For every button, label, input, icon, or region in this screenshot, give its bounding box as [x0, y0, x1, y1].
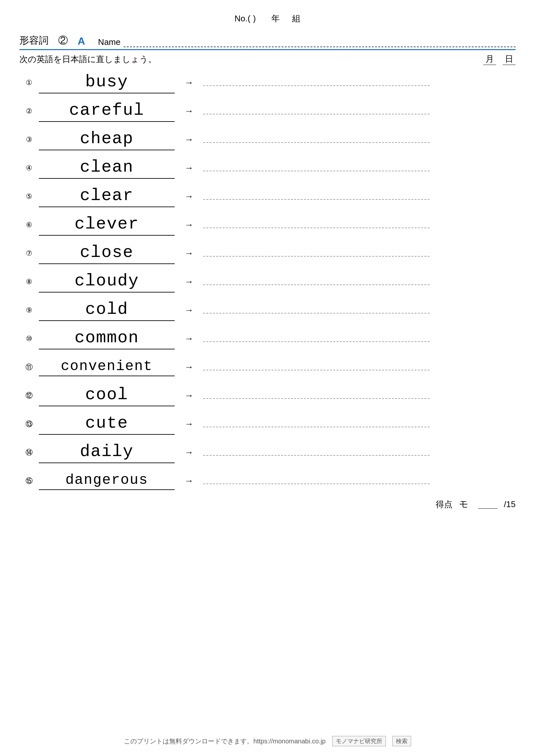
name-label: Name: [98, 37, 120, 47]
item-word-box-1: busy: [39, 72, 175, 94]
item-word-1: busy: [85, 72, 128, 92]
arrow-12: →: [184, 391, 193, 401]
arrow-5: →: [184, 191, 193, 202]
arrow-6: →: [184, 220, 193, 230]
item-number-6: ⑥: [19, 221, 39, 229]
item-word-15: dangerous: [65, 472, 148, 488]
item-number-9: ⑨: [19, 306, 39, 314]
score-total: /15: [504, 500, 516, 509]
answer-line-6: [203, 222, 430, 228]
item-number-13: ⑬: [19, 419, 39, 429]
vocab-item-5: ⑤ clear →: [19, 185, 516, 208]
arrow-1: →: [184, 78, 193, 88]
item-number-4: ④: [19, 164, 39, 172]
answer-line-2: [203, 108, 430, 114]
item-word-box-11: convenient: [39, 358, 175, 376]
item-number-8: ⑧: [19, 278, 39, 286]
answer-line-7: [203, 250, 430, 256]
arrow-14: →: [184, 447, 193, 458]
vocab-item-3: ③ cheap →: [19, 128, 516, 151]
vocab-item-9: ⑨ cold →: [19, 299, 516, 322]
answer-line-13: [203, 421, 430, 427]
item-word-10: common: [74, 328, 139, 347]
no-label: No.(: [235, 14, 250, 24]
item-word-12: cool: [85, 385, 128, 404]
answer-line-11: [203, 364, 430, 370]
answer-line-3: [203, 136, 430, 143]
date-section: 月 日: [483, 53, 516, 65]
no-section: No.( ) 年 組: [235, 13, 300, 24]
arrow-9: →: [184, 305, 193, 315]
item-number-12: ⑫: [19, 391, 39, 400]
vocab-item-13: ⑬ cute →: [19, 413, 516, 435]
item-word-box-3: cheap: [39, 129, 175, 150]
vocab-item-12: ⑫ cool →: [19, 384, 516, 407]
arrow-8: →: [184, 277, 193, 287]
footer-box-2: 検索: [392, 736, 411, 746]
footer-row: 得点 モ /15: [19, 498, 516, 510]
item-number-1: ①: [19, 79, 39, 87]
answer-line-9: [203, 307, 430, 313]
arrow-2: →: [184, 106, 193, 116]
class-label: 組: [292, 13, 300, 24]
answer-line-4: [203, 165, 430, 171]
item-number-7: ⑦: [19, 249, 39, 257]
no-paren: ): [253, 14, 256, 24]
item-number-14: ⑭: [19, 448, 39, 457]
item-word-5: clear: [80, 186, 134, 205]
arrow-3: →: [184, 134, 193, 145]
item-word-box-4: clean: [39, 158, 175, 179]
score-line: [478, 500, 497, 509]
score-label: 得点: [436, 499, 453, 510]
item-number-5: ⑤: [19, 192, 39, 201]
vocab-item-6: ⑥ clever →: [19, 214, 516, 236]
arrow-10: →: [184, 334, 193, 344]
day-label: 日: [503, 53, 516, 65]
year-label: 年: [271, 13, 280, 24]
vocab-item-14: ⑭ daily →: [19, 441, 516, 464]
answer-line-15: [203, 478, 430, 484]
bottom-footer: このプリントは無料ダウンロードできます。https://monomanabi.c…: [0, 736, 535, 746]
item-word-9: cold: [85, 300, 128, 319]
vocab-item-10: ⑩ common →: [19, 327, 516, 350]
item-word-box-2: careful: [39, 101, 175, 122]
item-number-3: ③: [19, 135, 39, 144]
item-word-box-6: clever: [39, 215, 175, 236]
item-word-6: clever: [74, 215, 139, 234]
footer-box-1: モノマナビ研究所: [332, 736, 386, 746]
answer-line-10: [203, 336, 430, 342]
vocab-item-15: ⑮ dangerous →: [19, 470, 516, 492]
answer-line-8: [203, 279, 430, 285]
instruction-text: 次の英語を日本語に直しましょう。: [19, 54, 156, 65]
item-word-3: cheap: [80, 129, 134, 148]
month-label: 月: [483, 53, 496, 65]
instruction-row: 次の英語を日本語に直しましょう。 月 日: [19, 53, 516, 65]
item-number-10: ⑩: [19, 335, 39, 343]
vocab-item-2: ② careful →: [19, 100, 516, 122]
vocab-list: ① busy → ② careful → ③ cheap → ④ clean →…: [19, 71, 516, 492]
arrow-4: →: [184, 163, 193, 173]
vocab-item-11: ⑪ convenient →: [19, 356, 516, 378]
item-word-box-15: dangerous: [39, 472, 175, 490]
item-word-box-7: close: [39, 243, 175, 264]
vocab-item-7: ⑦ close →: [19, 242, 516, 265]
item-word-box-12: cool: [39, 385, 175, 406]
item-word-2: careful: [69, 101, 144, 120]
arrow-7: →: [184, 248, 193, 258]
item-word-13: cute: [85, 414, 128, 433]
vocab-item-4: ④ clean →: [19, 157, 516, 179]
header-row: 形容詞 ② A Name: [19, 34, 516, 50]
top-bar: No.( ) 年 組: [19, 13, 516, 24]
header-title: 形容詞 ②: [19, 34, 68, 47]
vocab-item-1: ① busy →: [19, 71, 516, 94]
item-word-box-10: common: [39, 328, 175, 349]
name-line: [124, 41, 516, 47]
answer-line-12: [203, 392, 430, 399]
item-word-box-8: cloudy: [39, 272, 175, 292]
vocab-item-8: ⑧ cloudy →: [19, 271, 516, 293]
item-number-15: ⑮: [19, 476, 39, 486]
item-word-box-14: daily: [39, 442, 175, 463]
answer-line-1: [203, 79, 430, 86]
item-word-box-9: cold: [39, 300, 175, 321]
item-word-box-13: cute: [39, 414, 175, 435]
